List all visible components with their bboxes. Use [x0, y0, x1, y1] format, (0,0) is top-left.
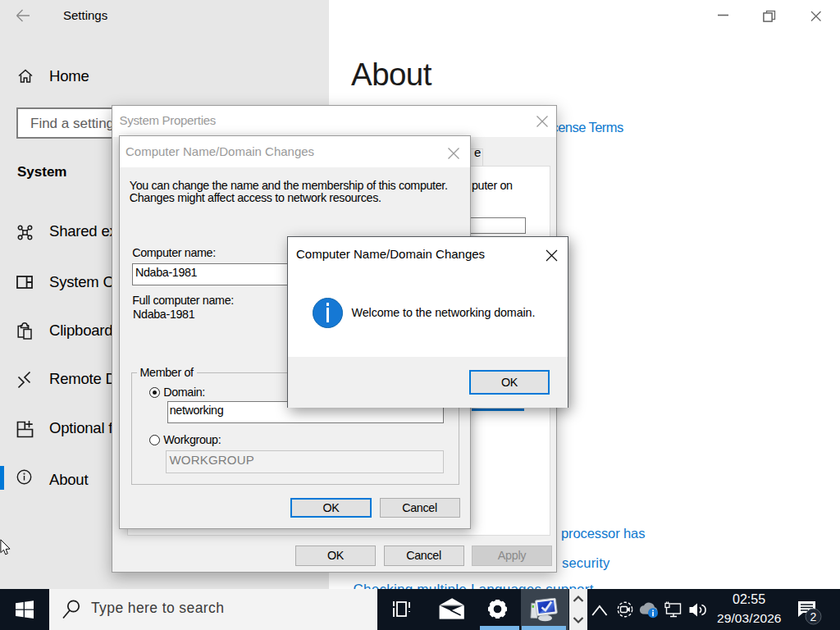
svg-text:2: 2: [810, 610, 817, 623]
